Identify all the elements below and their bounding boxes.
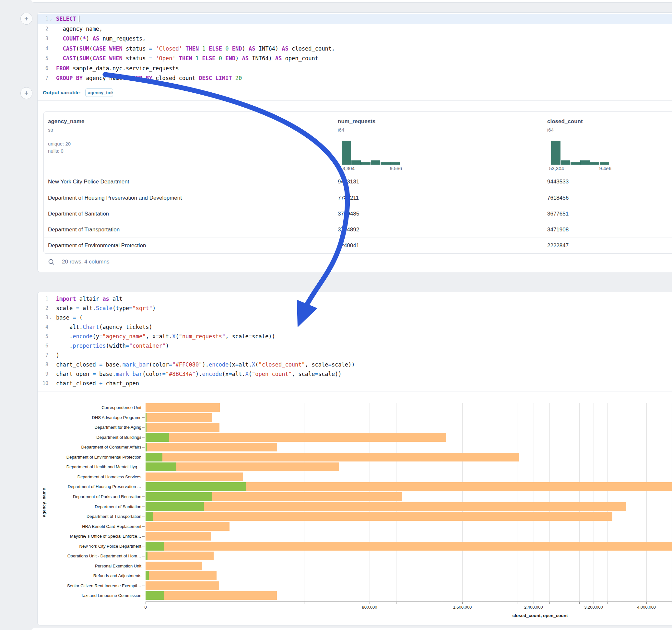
python-line-6[interactable]: 6 .properties(width="container") (38, 341, 672, 350)
closed-count-bar[interactable] (146, 552, 214, 560)
closed-count-bar[interactable] (146, 542, 672, 551)
line-number: 10 (38, 379, 53, 388)
table-row[interactable]: Department of Environmental Protection22… (44, 238, 672, 253)
y-axis-label: Refunds and Adjustments (44, 573, 141, 578)
table-cell: Department of Environmental Protection (44, 242, 334, 249)
open-count-bar[interactable] (146, 462, 176, 471)
x-axis-tick (579, 602, 580, 604)
y-axis-tick (142, 516, 145, 517)
table-row[interactable]: Department of Sanitation37494853677651 (44, 206, 672, 222)
closed-count-bar[interactable] (146, 512, 613, 521)
sql-line-7[interactable]: 7GROUP BY agency_name ORDER BY closed_co… (38, 73, 672, 83)
python-line-1[interactable]: 1import altair as alt (38, 294, 672, 303)
table-row[interactable]: New York City Police Department945313194… (44, 174, 672, 190)
open-count-bar[interactable] (146, 453, 162, 461)
add-cell-button-top[interactable]: + (20, 13, 32, 25)
table-cell: Department of Housing Preservation and D… (44, 195, 334, 201)
sql-cell-card: 1⌄SELECT2 agency_name,3 COUNT(*) AS num_… (37, 12, 672, 272)
row-column-count: 20 rows, 4 columns (62, 259, 109, 265)
open-count-bar[interactable] (146, 413, 146, 422)
line-number: 4 (38, 44, 53, 54)
python-line-4[interactable]: 4 alt.Chart(agency_tickets) (38, 322, 672, 332)
python-line-10[interactable]: 10chart_closed + chart_open (38, 379, 672, 388)
python-line-9[interactable]: 9chart_open = base.mark_bar(color="#8BC3… (38, 369, 672, 379)
python-line-8[interactable]: 8chart_closed = base.mark_bar(color="#FF… (38, 360, 672, 369)
open-count-bar[interactable] (146, 423, 146, 432)
column-header-closed_count[interactable]: closed_counti6453,3049.4e6 (543, 112, 672, 174)
closed-count-bar[interactable] (146, 403, 220, 412)
open-count-bar[interactable] (146, 552, 147, 560)
x-axis-tick (258, 602, 258, 604)
closed-count-bar[interactable] (146, 522, 230, 531)
open-count-bar[interactable] (146, 443, 147, 452)
sql-line-1[interactable]: 1⌄SELECT (38, 14, 672, 24)
x-axis-tick-label: 1,600,000 (443, 605, 482, 610)
python-line-3[interactable]: 3⌄base = ( (38, 313, 672, 322)
code-text: CAST(SUM(CASE WHEN status = 'Closed' THE… (53, 45, 335, 52)
python-line-5[interactable]: 5 .encode(y="agency_name", x=alt.X("num_… (38, 332, 672, 341)
output-variable-pill[interactable]: agency_tickets (85, 89, 113, 97)
table-cell: Department of Sanitation (44, 211, 334, 217)
closed-count-bar[interactable] (146, 591, 277, 600)
closed-count-bar[interactable] (146, 413, 212, 422)
table-cell: Department of Transportation (44, 226, 334, 233)
line-number: 6 (38, 64, 53, 74)
closed-count-bar[interactable] (146, 443, 277, 452)
x-axis-line (146, 602, 672, 602)
x-axis-tick-label: 800,000 (350, 605, 389, 610)
sql-line-6[interactable]: 6FROM sample_data.nyc.service_requests (38, 64, 672, 74)
table-cell: 9453131 (334, 178, 543, 185)
line-number: 8 (38, 360, 53, 369)
result-table-footer: 20 rows, 4 columns (44, 259, 672, 265)
fold-chevron-icon[interactable]: ⌄ (48, 17, 53, 21)
line-number: 4 (38, 322, 53, 332)
open-count-bar[interactable] (146, 433, 169, 442)
open-count-bar[interactable] (146, 502, 204, 511)
column-header-agency_name[interactable]: agency_namestrunique: 20nulls: 0 (44, 112, 334, 174)
gridline (659, 403, 659, 602)
closed-count-bar[interactable] (146, 562, 202, 571)
open-count-bar[interactable] (146, 542, 164, 551)
code-text: ) (53, 352, 59, 358)
closed-count-bar[interactable] (146, 423, 219, 432)
open-count-bar[interactable] (146, 591, 164, 600)
y-axis-label: Department of Sanitation (44, 504, 141, 509)
sql-line-2[interactable]: 2 agency_name, (38, 24, 672, 34)
fold-chevron-icon[interactable]: ⌄ (48, 315, 53, 319)
line-number: 7 (38, 350, 53, 360)
open-count-bar[interactable] (146, 482, 246, 491)
y-axis-tick (142, 477, 145, 477)
python-line-2[interactable]: 2scale = alt.Scale(type="sqrt") (38, 303, 672, 313)
table-row[interactable]: Department of Transportation377489234719… (44, 222, 672, 238)
closed-count-bar[interactable] (146, 581, 219, 590)
open-count-bar[interactable] (146, 512, 153, 521)
python-code-editor[interactable]: 1import altair as alt2scale = alt.Scale(… (38, 292, 672, 388)
closed-count-bar[interactable] (146, 532, 211, 540)
sql-line-4[interactable]: 4 CAST(SUM(CASE WHEN status = 'Closed' T… (38, 44, 672, 54)
add-cell-button-output[interactable]: + (20, 87, 32, 99)
closed-count-bar[interactable] (146, 453, 519, 461)
closed-count-bar[interactable] (146, 472, 243, 481)
y-axis-label: HRA Benefit Card Replacement (44, 524, 141, 529)
table-cell: 2240041 (334, 242, 543, 249)
open-count-bar[interactable] (146, 492, 212, 501)
table-cell: 3677651 (543, 211, 672, 217)
search-icon[interactable] (48, 259, 55, 265)
closed-count-bar[interactable] (146, 571, 217, 580)
open-count-bar[interactable] (146, 571, 149, 580)
y-axis-label: DHS Advantage Programs (44, 415, 141, 420)
closed-count-bar[interactable] (146, 502, 626, 511)
sql-line-3[interactable]: 3 COUNT(*) AS num_requests, (38, 34, 672, 44)
y-axis-label: Department for the Aging (44, 425, 141, 430)
y-axis-label: Mayorâ€ s Office of Special Enforce… (44, 534, 141, 539)
table-row[interactable]: Department of Housing Preservation and D… (44, 190, 672, 206)
closed-count-bar[interactable] (146, 433, 446, 442)
column-header-num_requests[interactable]: num_requestsi6453,3049.5e6 (334, 112, 543, 174)
sql-code-editor[interactable]: 1⌄SELECT2 agency_name,3 COUNT(*) AS num_… (38, 13, 672, 85)
python-line-7[interactable]: 7) (38, 350, 672, 360)
y-axis-tick (142, 566, 145, 566)
y-axis-tick (142, 437, 145, 437)
sql-line-5[interactable]: 5 CAST(SUM(CASE WHEN status = 'Open' THE… (38, 53, 672, 64)
line-number: 3⌄ (38, 313, 53, 322)
x-axis-tick (634, 602, 634, 604)
